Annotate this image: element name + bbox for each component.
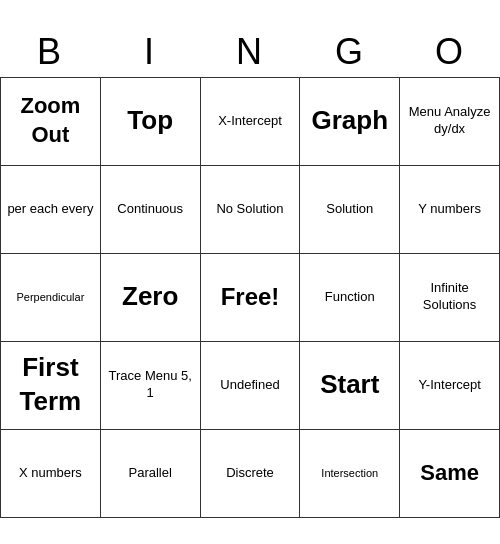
header-letter: O: [400, 27, 500, 77]
header-letter: N: [200, 27, 300, 77]
bingo-cell: Intersection: [300, 429, 400, 517]
bingo-cell: Perpendicular: [1, 253, 101, 341]
bingo-cell: Zero: [100, 253, 200, 341]
bingo-cell: Y-Intercept: [400, 341, 500, 429]
bingo-cell: X-Intercept: [200, 77, 300, 165]
bingo-header: BINGO: [0, 27, 500, 77]
bingo-cell: Start: [300, 341, 400, 429]
bingo-cell: No Solution: [200, 165, 300, 253]
bingo-grid: Zoom OutTopX-InterceptGraphMenu Analyze …: [0, 77, 500, 518]
bingo-cell: Zoom Out: [1, 77, 101, 165]
bingo-cell: Trace Menu 5, 1: [100, 341, 200, 429]
header-letter: B: [0, 27, 100, 77]
bingo-cell: Infinite Solutions: [400, 253, 500, 341]
bingo-cell: Y numbers: [400, 165, 500, 253]
bingo-cell: Parallel: [100, 429, 200, 517]
header-letter: I: [100, 27, 200, 77]
bingo-cell: Graph: [300, 77, 400, 165]
bingo-cell: Discrete: [200, 429, 300, 517]
bingo-cell: per each every: [1, 165, 101, 253]
header-letter: G: [300, 27, 400, 77]
bingo-cell: Solution: [300, 165, 400, 253]
bingo-cell: Function: [300, 253, 400, 341]
bingo-cell: Undefined: [200, 341, 300, 429]
bingo-cell: Menu Analyze dy/dx: [400, 77, 500, 165]
bingo-cell: Continuous: [100, 165, 200, 253]
bingo-cell: Same: [400, 429, 500, 517]
bingo-cell: Free!: [200, 253, 300, 341]
bingo-cell: X numbers: [1, 429, 101, 517]
bingo-cell: First Term: [1, 341, 101, 429]
bingo-cell: Top: [100, 77, 200, 165]
